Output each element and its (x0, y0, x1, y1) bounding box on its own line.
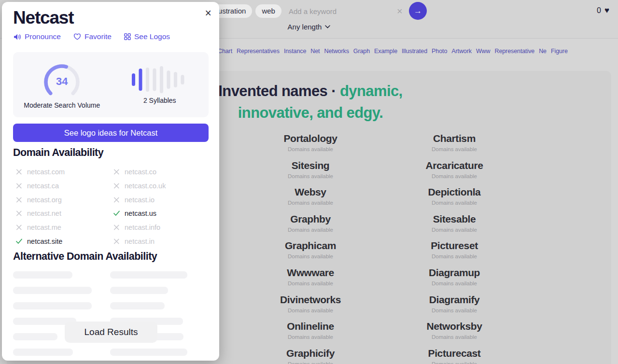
keyword-tag[interactable]: Artwork (451, 48, 472, 55)
search-volume-gauge: 34 (38, 61, 86, 98)
name-card-title: Wwwware (239, 266, 382, 279)
keyword-tag[interactable]: Graph (353, 48, 370, 55)
name-card[interactable]: SitesableDomains available (382, 213, 526, 240)
pronounce-label: Pronounce (25, 32, 61, 41)
name-card[interactable]: DivinetworksDomains available (239, 294, 382, 321)
keyword-chip[interactable]: web (255, 4, 281, 18)
name-card[interactable]: PicturesetDomains available (382, 239, 526, 266)
x-icon (113, 197, 120, 203)
name-card-subtitle: Domains available (239, 361, 382, 364)
name-card[interactable]: WwwwareDomains available (239, 266, 382, 294)
see-logo-ideas-button[interactable]: See logo ideas for Netcast (13, 124, 209, 142)
name-card[interactable]: ChartismDomains available (382, 132, 526, 159)
name-card-subtitle: Domains available (382, 173, 526, 179)
domain-item: netcast.site (16, 234, 113, 248)
name-card[interactable]: WebsyDomains available (239, 186, 382, 213)
close-icon[interactable]: × (205, 7, 211, 20)
keyword-tag[interactable]: Www (476, 48, 491, 55)
name-card[interactable]: ArcaricatureDomains available (382, 159, 526, 186)
name-card[interactable]: DiagramifyDomains available (382, 294, 526, 321)
keyword-tag[interactable]: Example (374, 48, 397, 55)
page-title-highlight: innovative, and edgy. (238, 104, 383, 121)
heart-outline-icon (73, 33, 81, 40)
name-card-subtitle: Domains available (382, 280, 526, 286)
domain-item: netcast.co (113, 165, 211, 179)
search-volume-value: 34 (38, 75, 86, 88)
x-icon (16, 169, 22, 175)
skeleton-bar (13, 271, 72, 279)
domain-label: netcast.co.uk (125, 182, 166, 190)
name-card-subtitle: Domains available (382, 146, 526, 152)
load-results-button[interactable]: Load Results (65, 322, 157, 343)
keyword-tag[interactable]: Chart (218, 48, 232, 55)
chevron-down-icon (325, 25, 330, 28)
favorite-button[interactable]: Favorite (73, 32, 112, 41)
page-title-highlight: dynamic, (340, 83, 403, 99)
x-icon (16, 224, 22, 230)
keyword-tag[interactable]: Representatives (237, 48, 280, 55)
name-card[interactable]: PicturecastDomains available (382, 347, 526, 364)
arrow-right-icon: → (414, 6, 422, 16)
skeleton-bar (110, 271, 187, 279)
name-card-title: Sitesable (382, 213, 526, 225)
keyword-input[interactable] (288, 7, 401, 16)
keyword-tag[interactable]: Ne (539, 48, 547, 55)
keyword-tag[interactable]: Instance (284, 48, 306, 55)
domain-item: netcast.co.uk (113, 179, 211, 193)
name-card-subtitle: Domains available (239, 146, 382, 152)
keyword-tag[interactable]: Networks (324, 48, 349, 55)
name-card[interactable]: DepictionlaDomains available (382, 186, 526, 213)
pronounce-button[interactable]: Pronounce (14, 32, 61, 41)
name-card-subtitle: Domains available (382, 253, 526, 259)
alternative-availability-heading: Alternative Domain Availability (13, 251, 157, 263)
skeleton-bar (110, 349, 187, 356)
domain-item: netcast.info (113, 221, 211, 235)
name-card[interactable]: SitesingDomains available (239, 159, 382, 186)
x-icon (113, 238, 120, 244)
name-card-subtitle: Domains available (239, 200, 382, 206)
keyword-tag[interactable]: Illustrated (402, 48, 427, 55)
skeleton-bar (110, 287, 168, 294)
search-volume-label: Moderate Search Volume (24, 101, 100, 109)
see-logos-label: See Logos (134, 32, 170, 41)
favorites-counter[interactable]: 0 ♥ (597, 6, 609, 15)
name-card-title: Chartism (382, 132, 526, 145)
name-card[interactable]: GraphicifyDomains available (239, 347, 382, 364)
keyword-tag[interactable]: Net (310, 48, 320, 55)
skeleton-bar (13, 349, 73, 356)
see-logos-button[interactable]: See Logos (124, 32, 170, 41)
check-icon (16, 238, 22, 244)
name-card-title: Networksby (382, 320, 526, 333)
page-title-prefix: Invented names (218, 83, 327, 99)
name-card-title: Sitesing (239, 159, 382, 172)
name-card-title: Diagramify (382, 294, 526, 306)
heart-icon: ♥ (604, 6, 609, 15)
name-card[interactable]: PortalologyDomains available (239, 132, 382, 159)
keyword-tag[interactable]: Figure (551, 48, 568, 55)
name-card[interactable]: NetworksbyDomains available (382, 320, 526, 347)
name-card[interactable]: DiagramupDomains available (382, 266, 526, 294)
name-card-title: Graphicify (239, 347, 382, 360)
name-card[interactable]: GraphbyDomains available (239, 213, 382, 240)
keyword-tag[interactable]: Representative (494, 48, 534, 55)
name-card-title: Picturecast (382, 347, 526, 360)
keyword-chips-row: Illustration web (207, 4, 401, 18)
name-card-subtitle: Domains available (239, 308, 382, 313)
name-card-subtitle: Domains available (382, 334, 526, 340)
domain-item: netcast.com (16, 165, 113, 179)
domain-label: netcast.in (125, 238, 154, 245)
domain-item: netcast.me (16, 221, 113, 235)
length-dropdown-label: Any length (288, 23, 322, 31)
submit-search-button[interactable]: → (409, 2, 427, 20)
logo-grid-icon (124, 33, 131, 40)
name-card[interactable]: OnlinelineDomains available (239, 320, 382, 347)
name-card-subtitle: Domains available (239, 227, 382, 233)
domain-item: netcast.net (16, 207, 113, 221)
name-card[interactable]: GraphicamDomains available (239, 239, 382, 266)
name-card-subtitle: Domains available (382, 227, 526, 233)
modal-title: Netcast (13, 8, 73, 28)
keyword-tag[interactable]: Photo (432, 48, 447, 55)
syllables-stat: 2 Syllables (111, 52, 209, 117)
clear-search-icon[interactable]: × (397, 4, 403, 18)
length-dropdown[interactable]: Any length (288, 23, 331, 31)
